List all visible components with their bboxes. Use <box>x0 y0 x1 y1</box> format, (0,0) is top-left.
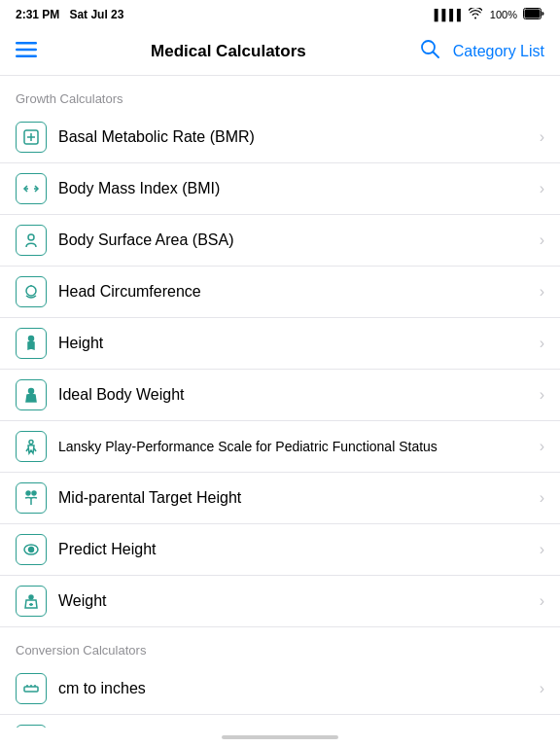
bsa-chevron: › <box>540 231 544 249</box>
svg-line-17 <box>34 448 36 451</box>
battery-icon <box>523 8 544 21</box>
nav-title: Medical Calculators <box>37 42 420 61</box>
weight-chevron: › <box>540 592 544 610</box>
list-item-head-circ[interactable]: Head Circumference › <box>0 267 560 318</box>
bmr-icon <box>16 122 47 153</box>
svg-point-18 <box>26 491 30 495</box>
svg-rect-4 <box>16 55 37 58</box>
list-item-weight[interactable]: Weight › <box>0 576 560 627</box>
lansky-label: Lansky Play-Performance Scale for Pediat… <box>58 439 540 454</box>
cm-inches-label: cm to inches <box>58 680 540 697</box>
bmr-chevron: › <box>540 128 544 146</box>
svg-point-22 <box>29 548 34 552</box>
home-indicator <box>0 728 560 747</box>
bmi-chevron: › <box>540 180 544 197</box>
date-display: Sat Jul 23 <box>69 8 123 21</box>
svg-point-19 <box>32 491 36 495</box>
list-item-height[interactable]: Height › <box>0 318 560 370</box>
list-item-pound-kg[interactable]: pound to kg › <box>0 715 560 728</box>
head-circ-icon <box>16 276 47 307</box>
status-time: 2:31 PM Sat Jul 23 <box>16 8 123 21</box>
svg-line-16 <box>26 448 28 451</box>
status-bar: 2:31 PM Sat Jul 23 ▐▐▐▐ 100% <box>0 0 560 27</box>
pound-kg-icon <box>16 725 47 728</box>
cm-inches-icon <box>16 673 47 704</box>
nav-right: Category List <box>420 39 544 63</box>
svg-rect-1 <box>525 10 541 18</box>
section-header-growth: Growth Calculators <box>0 76 560 112</box>
list-item-lansky[interactable]: Lansky Play-Performance Scale for Pediat… <box>0 421 560 473</box>
ideal-weight-chevron: › <box>540 386 544 404</box>
height-label: Height <box>58 335 540 352</box>
status-icons: ▐▐▐▐ 100% <box>431 8 544 21</box>
battery-label: 100% <box>490 9 517 20</box>
home-bar <box>222 735 338 739</box>
height-chevron: › <box>540 335 544 352</box>
menu-icon[interactable] <box>16 40 37 62</box>
device-frame: 2:31 PM Sat Jul 23 ▐▐▐▐ 100% <box>0 0 560 747</box>
ideal-weight-icon <box>16 379 47 410</box>
svg-point-15 <box>29 441 33 445</box>
svg-point-13 <box>29 337 34 341</box>
height-icon <box>16 328 47 359</box>
wifi-icon <box>469 8 482 21</box>
svg-rect-26 <box>24 687 38 692</box>
predict-height-icon <box>16 534 47 565</box>
list-item-bmi[interactable]: Body Mass Index (BMI) › <box>0 163 560 215</box>
svg-point-11 <box>26 286 36 296</box>
nav-left <box>16 40 37 62</box>
head-circ-label: Head Circumference <box>58 283 540 301</box>
list-item-bsa[interactable]: Body Surface Area (BSA) › <box>0 215 560 267</box>
list-item-cm-inches[interactable]: cm to inches › <box>0 663 560 715</box>
signal-icon: ▐▐▐▐ <box>431 9 461 20</box>
category-list-link[interactable]: Category List <box>453 43 544 60</box>
lansky-icon <box>16 431 47 462</box>
list-item-ideal-weight[interactable]: Ideal Body Weight › <box>0 370 560 421</box>
nav-bar: Medical Calculators Category List <box>0 27 560 76</box>
bmi-icon <box>16 173 47 204</box>
bsa-icon <box>16 225 47 256</box>
predict-height-label: Predict Height <box>58 541 540 558</box>
lansky-chevron: › <box>540 438 544 455</box>
bsa-label: Body Surface Area (BSA) <box>58 231 540 249</box>
time-display: 2:31 PM <box>16 8 59 21</box>
predict-height-chevron: › <box>540 541 544 558</box>
svg-point-10 <box>28 234 34 240</box>
bmr-label: Basal Metabolic Rate (BMR) <box>58 128 540 146</box>
weight-icon <box>16 586 47 617</box>
svg-point-23 <box>29 595 33 599</box>
list-item-predict-height[interactable]: Predict Height › <box>0 524 560 576</box>
head-circ-chevron: › <box>540 283 544 301</box>
mid-parental-icon <box>16 482 47 514</box>
mid-parental-chevron: › <box>540 489 544 507</box>
svg-point-14 <box>29 389 34 394</box>
content-scroll[interactable]: Growth Calculators Basal Metabolic Rate … <box>0 76 560 728</box>
cm-inches-chevron: › <box>540 680 544 697</box>
mid-parental-label: Mid-parental Target Height <box>58 489 540 507</box>
section-header-conversion: Conversion Calculators <box>0 627 560 663</box>
weight-label: Weight <box>58 592 540 610</box>
bmi-label: Body Mass Index (BMI) <box>58 180 540 197</box>
svg-rect-3 <box>16 49 37 52</box>
svg-line-6 <box>433 53 438 58</box>
list-item-bmr[interactable]: Basal Metabolic Rate (BMR) › <box>0 112 560 163</box>
list-item-mid-parental[interactable]: Mid-parental Target Height › <box>0 473 560 524</box>
ideal-weight-label: Ideal Body Weight <box>58 386 540 404</box>
svg-rect-2 <box>16 42 37 45</box>
search-icon[interactable] <box>420 39 439 63</box>
